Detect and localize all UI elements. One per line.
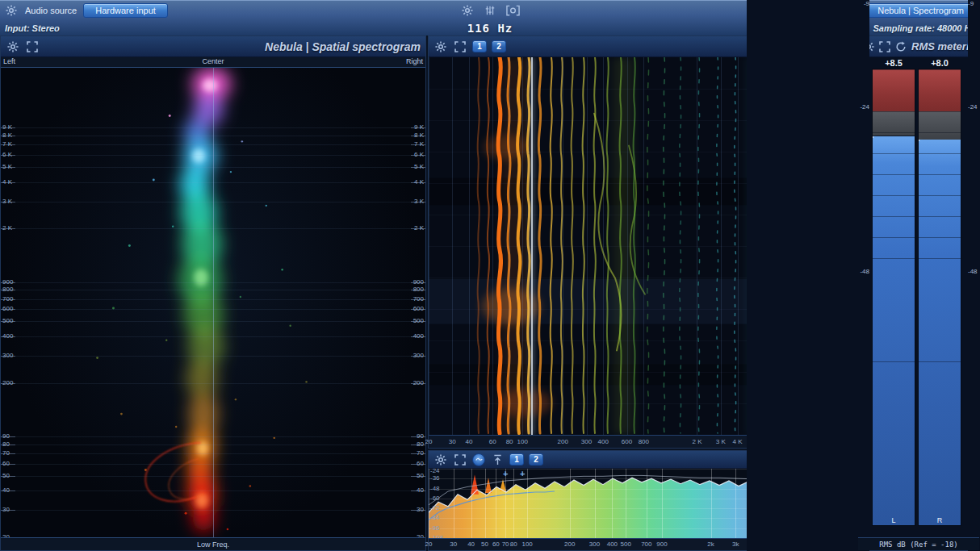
add-slot-1-icon[interactable]: + bbox=[503, 470, 508, 478]
spatial-panel-header: Nebula | Spatial spectrogram bbox=[1, 36, 425, 57]
axis-tick-label: 800 bbox=[639, 439, 649, 445]
frequency-cursor-line[interactable] bbox=[531, 57, 533, 435]
meter-tick-line bbox=[919, 195, 961, 196]
meter-over-zone bbox=[873, 69, 915, 111]
axis-tick-label: 50 bbox=[481, 541, 488, 548]
axis-tick-label: 40 bbox=[466, 439, 473, 445]
expand-icon[interactable] bbox=[453, 40, 467, 54]
axis-tick-label: 20 bbox=[425, 541, 433, 548]
axis-tick-label: 900 bbox=[413, 279, 424, 286]
preset-button[interactable]: Nebula | Spectrogram bbox=[865, 3, 976, 18]
sampling-rate-label: Sampling rate: 48000 Hz bbox=[873, 23, 975, 33]
app-root: Audio source Hardware input Layout Nebul… bbox=[0, 0, 980, 551]
right-channel-meter-label: R bbox=[918, 516, 961, 524]
axis-tick-label: 3k bbox=[732, 541, 739, 548]
snapshot-icon[interactable] bbox=[505, 3, 520, 18]
rms-meter-left[interactable] bbox=[872, 69, 915, 526]
settings-icon[interactable] bbox=[460, 3, 475, 18]
top-bar-center-icons bbox=[460, 3, 520, 18]
axis-tick-label: 50 bbox=[417, 473, 424, 479]
meter-tick-line bbox=[873, 258, 915, 259]
axis-tick-label: 900 bbox=[656, 541, 667, 548]
expand-icon[interactable] bbox=[879, 40, 890, 54]
axis-tick-label: 80 bbox=[510, 541, 517, 548]
axis-tick-label: 4 K bbox=[414, 179, 424, 186]
axis-tick-label: 20 bbox=[425, 439, 433, 445]
io-config-icon[interactable] bbox=[483, 3, 497, 18]
axis-tick-label: 700 bbox=[413, 296, 424, 303]
meter-tick-line bbox=[873, 216, 915, 217]
axis-tick-label: 90 bbox=[417, 433, 424, 440]
right-channel-label: Right bbox=[406, 57, 423, 65]
slot-1-button[interactable]: 1 bbox=[472, 40, 487, 52]
add-slot-2-icon[interactable]: + bbox=[520, 470, 525, 478]
slot-1-button[interactable]: 1 bbox=[509, 453, 524, 465]
axis-tick-label: 2 K bbox=[414, 225, 424, 232]
axis-tick-label: 2k bbox=[707, 541, 714, 548]
axis-tick-label: 600 bbox=[622, 439, 632, 445]
rms-value-readouts: +8.5 +8.0 bbox=[858, 58, 979, 67]
meter-tick-line bbox=[919, 69, 961, 70]
expand-icon[interactable] bbox=[453, 453, 467, 467]
axis-tick-label: 30 bbox=[449, 439, 456, 445]
rms-panel-header: RMS metering bbox=[858, 36, 979, 57]
axis-tick-label: 60 bbox=[489, 439, 496, 445]
axis-tick-label: 100 bbox=[517, 439, 528, 445]
meter-tick-line bbox=[919, 258, 961, 259]
rms-reference-label: RMS dB (Ref = -18) bbox=[858, 537, 979, 550]
axis-tick-label: 40 bbox=[417, 487, 424, 494]
axis-tick-label: 2 K bbox=[692, 439, 701, 445]
axis-tick-label: 8 K bbox=[414, 132, 424, 139]
meter-level-bar bbox=[919, 140, 961, 525]
expand-icon[interactable] bbox=[25, 40, 40, 54]
reset-meters-icon[interactable] bbox=[895, 40, 907, 54]
axis-tick-label: -48 bbox=[747, 269, 869, 551]
low-freq-label: Low Freq. bbox=[1, 538, 425, 550]
axis-tick-label: 3 K bbox=[716, 439, 726, 445]
rms-scale-left: +18+12+9+6+30-3-6-9-24-48 bbox=[858, 69, 870, 526]
gear-icon[interactable] bbox=[6, 40, 20, 54]
left-channel-label: Left bbox=[3, 57, 15, 65]
gear-icon[interactable] bbox=[433, 40, 448, 54]
rms-left-value: +8.5 bbox=[872, 58, 915, 68]
meter-tick-line bbox=[919, 216, 961, 217]
axis-tick-label: -48 bbox=[430, 486, 440, 492]
axis-tick-label: 600 bbox=[413, 306, 424, 312]
axis-tick-label: 200 bbox=[564, 541, 575, 548]
rms-scale-right: +18+12+9+6+30-3-6-9-24-48 bbox=[967, 69, 979, 526]
gear-icon[interactable] bbox=[433, 453, 448, 467]
axis-tick-label: 500 bbox=[621, 541, 631, 548]
meter-over-zone bbox=[919, 69, 961, 111]
spatial-spectrogram-plot[interactable]: 9 K8 K7 K6 K5 K4 K3 K2 K9008007006005004… bbox=[1, 67, 425, 538]
meter-tick-line bbox=[919, 132, 961, 133]
gear-icon[interactable] bbox=[4, 3, 19, 18]
axis-tick-label: 70 bbox=[417, 450, 424, 457]
axis-tick-label: 4 K bbox=[733, 439, 743, 445]
audio-source-label: Audio source bbox=[25, 6, 77, 15]
hardware-input-button[interactable]: Hardware input bbox=[83, 3, 168, 18]
peak-reset-icon[interactable] bbox=[490, 453, 505, 467]
axis-tick-label: -60 bbox=[430, 495, 440, 502]
meter-tick-line bbox=[873, 69, 915, 70]
average-button[interactable] bbox=[472, 453, 485, 466]
meter-tick-line bbox=[919, 174, 961, 175]
axis-tick-label: -72 bbox=[430, 505, 440, 511]
rms-meter-area: +18+12+9+6+30-3-6-9-24-48 +18+12+9+6+30-… bbox=[858, 69, 979, 526]
axis-tick-label: -48 bbox=[968, 269, 980, 551]
meter-tick-line bbox=[873, 111, 915, 112]
meter-tick-line bbox=[919, 111, 961, 112]
axis-tick-label: 400 bbox=[413, 333, 424, 340]
axis-tick-label: 6 K bbox=[414, 152, 424, 158]
meter-tick-line bbox=[873, 195, 915, 196]
axis-tick-label: 80 bbox=[417, 441, 424, 448]
slot-2-button[interactable]: 2 bbox=[529, 453, 543, 465]
axis-tick-label: -84 bbox=[430, 515, 440, 521]
meter-tick-line bbox=[873, 525, 915, 526]
axis-tick-label: 800 bbox=[413, 286, 424, 293]
axis-tick-label: 80 bbox=[506, 439, 513, 445]
spatial-freq-axis-right: 9 K8 K7 K6 K5 K4 K3 K2 K9008007006005004… bbox=[1, 68, 425, 537]
rms-meter-right[interactable] bbox=[918, 69, 961, 526]
left-channel-meter-label: L bbox=[872, 516, 915, 524]
slot-2-button[interactable]: 2 bbox=[492, 40, 506, 52]
meter-level-bar bbox=[873, 136, 915, 525]
